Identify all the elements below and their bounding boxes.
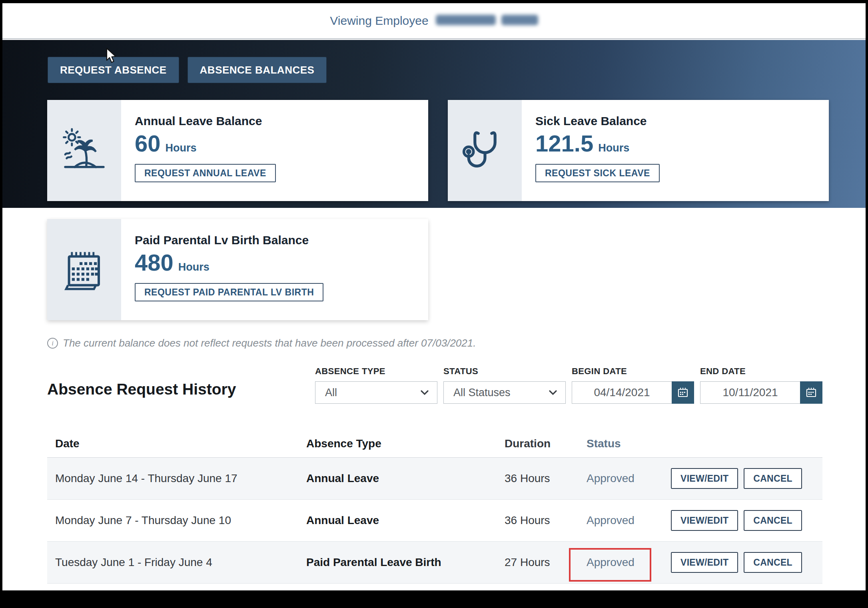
viewing-employee-label: Viewing Employee xyxy=(330,14,428,28)
begin-date-calendar-button[interactable] xyxy=(672,381,694,404)
balance-info-note: i The current balance does not reflect r… xyxy=(47,337,476,349)
column-header-status: Status xyxy=(587,437,671,450)
table-row: Monday June 7 - Thursday June 10 Annual … xyxy=(47,500,822,542)
status-badge: Approved xyxy=(587,472,635,484)
paid-parental-value: 480 xyxy=(135,251,174,274)
palm-island-icon xyxy=(60,127,108,175)
absence-type-value: All xyxy=(325,387,337,399)
table-row: Monday June 14 - Thursday June 17 Annual… xyxy=(47,458,822,500)
frame-border xyxy=(866,0,868,608)
request-paid-parental-button[interactable]: REQUEST PAID PARENTAL LV BIRTH xyxy=(135,283,323,301)
absence-type-select[interactable]: All xyxy=(315,381,437,404)
chevron-down-icon xyxy=(549,389,557,396)
mouse-cursor-icon xyxy=(103,47,119,65)
end-date-input[interactable]: 10/11/2021 xyxy=(700,381,822,404)
sick-leave-value-row: 121.5 Hours xyxy=(535,132,660,155)
begin-date-label: BEGIN DATE xyxy=(572,366,694,377)
app-screen: Viewing Employee REQUEST ABSENCE ABSENCE… xyxy=(0,0,868,608)
absence-history-table: Date Absence Type Duration Status Monday… xyxy=(47,430,822,584)
row-absence-type: Annual Leave xyxy=(306,514,505,527)
row-duration: 36 Hours xyxy=(505,514,587,527)
paid-parental-value-row: 480 Hours xyxy=(135,251,323,274)
calendar-icon xyxy=(805,387,817,399)
row-actions: VIEW/EDIT CANCEL xyxy=(671,510,822,531)
annual-leave-value-row: 60 Hours xyxy=(135,132,276,155)
calendar-icon xyxy=(60,246,108,294)
row-status: Approved xyxy=(587,556,671,569)
column-header-date: Date xyxy=(47,437,306,450)
balance-info-text: The current balance does not reflect req… xyxy=(63,337,476,349)
sick-leave-card: Sick Leave Balance 121.5 Hours REQUEST S… xyxy=(448,100,829,201)
annual-leave-unit: Hours xyxy=(166,142,197,154)
history-title: Absence Request History xyxy=(47,381,236,398)
status-badge: Approved xyxy=(587,556,635,568)
stethoscope-icon xyxy=(461,127,509,175)
cancel-button[interactable]: CANCEL xyxy=(744,552,802,573)
row-duration: 36 Hours xyxy=(505,472,587,485)
request-annual-leave-button[interactable]: REQUEST ANNUAL LEAVE xyxy=(135,164,276,182)
paid-parental-card: Paid Parental Lv Birth Balance 480 Hours… xyxy=(47,219,428,320)
frame-border xyxy=(0,0,868,3)
info-icon: i xyxy=(47,338,58,349)
begin-date-filter: BEGIN DATE 04/14/2021 xyxy=(572,366,694,404)
status-filter: STATUS All Statuses xyxy=(443,366,566,404)
begin-date-value: 04/14/2021 xyxy=(572,386,672,399)
end-date-calendar-button[interactable] xyxy=(800,381,822,404)
row-date: Tuesday June 1 - Friday June 4 xyxy=(47,556,306,569)
column-header-absence-type: Absence Type xyxy=(306,437,505,450)
cancel-button[interactable]: CANCEL xyxy=(744,468,802,489)
status-label: STATUS xyxy=(443,366,566,377)
row-date: Monday June 14 - Thursday June 17 xyxy=(47,472,306,485)
absence-type-label: ABSENCE TYPE xyxy=(315,366,437,377)
view-edit-button[interactable]: VIEW/EDIT xyxy=(671,552,738,573)
row-absence-type: Annual Leave xyxy=(306,472,505,485)
status-value: All Statuses xyxy=(453,387,511,399)
table-row: Tuesday June 1 - Friday June 4 Paid Pare… xyxy=(47,542,822,584)
absence-balances-button[interactable]: ABSENCE BALANCES xyxy=(188,57,327,83)
calendar-icon xyxy=(677,387,689,399)
end-date-filter: END DATE 10/11/2021 xyxy=(700,366,822,404)
employee-name-redacted xyxy=(436,15,538,27)
row-date: Monday June 7 - Thursday June 10 xyxy=(47,514,306,527)
end-date-value: 10/11/2021 xyxy=(700,386,800,399)
table-header-row: Date Absence Type Duration Status xyxy=(47,430,822,458)
paid-parental-unit: Hours xyxy=(178,261,210,273)
row-absence-type: Paid Parental Leave Birth xyxy=(306,556,505,569)
history-filters: ABSENCE TYPE All STATUS All Statuses BEG… xyxy=(315,366,822,404)
annual-leave-icon-panel xyxy=(47,100,121,201)
sick-leave-icon-panel xyxy=(448,100,522,201)
frame-border xyxy=(0,0,2,608)
request-sick-leave-button[interactable]: REQUEST SICK LEAVE xyxy=(535,164,660,182)
frame-border xyxy=(0,590,868,608)
redacted-last-name xyxy=(501,15,538,25)
row-actions: VIEW/EDIT CANCEL xyxy=(671,552,822,573)
status-select[interactable]: All Statuses xyxy=(443,381,566,404)
annual-leave-card: Annual Leave Balance 60 Hours REQUEST AN… xyxy=(47,100,428,201)
row-status: Approved xyxy=(587,514,671,527)
row-actions: VIEW/EDIT CANCEL xyxy=(671,468,822,489)
chevron-down-icon xyxy=(420,389,429,396)
view-edit-button[interactable]: VIEW/EDIT xyxy=(671,468,738,489)
row-status: Approved xyxy=(587,472,671,485)
sick-leave-title: Sick Leave Balance xyxy=(535,114,660,128)
column-header-duration: Duration xyxy=(505,437,587,450)
redacted-first-name xyxy=(436,15,496,25)
toolbar: REQUEST ABSENCE ABSENCE BALANCES xyxy=(48,57,327,83)
cancel-button[interactable]: CANCEL xyxy=(744,510,802,531)
paid-parental-title: Paid Parental Lv Birth Balance xyxy=(135,233,323,247)
absence-type-filter: ABSENCE TYPE All xyxy=(315,366,437,404)
viewing-employee-bar: Viewing Employee xyxy=(2,3,866,39)
end-date-label: END DATE xyxy=(700,366,822,377)
sick-leave-value: 121.5 xyxy=(535,132,593,155)
history-header: Absence Request History ABSENCE TYPE All… xyxy=(47,366,822,404)
begin-date-input[interactable]: 04/14/2021 xyxy=(572,381,694,404)
status-badge: Approved xyxy=(587,514,635,526)
view-edit-button[interactable]: VIEW/EDIT xyxy=(671,510,738,531)
annual-leave-value: 60 xyxy=(135,132,161,155)
paid-parental-icon-panel xyxy=(47,219,121,320)
annual-leave-title: Annual Leave Balance xyxy=(135,114,276,128)
sick-leave-unit: Hours xyxy=(598,142,629,154)
